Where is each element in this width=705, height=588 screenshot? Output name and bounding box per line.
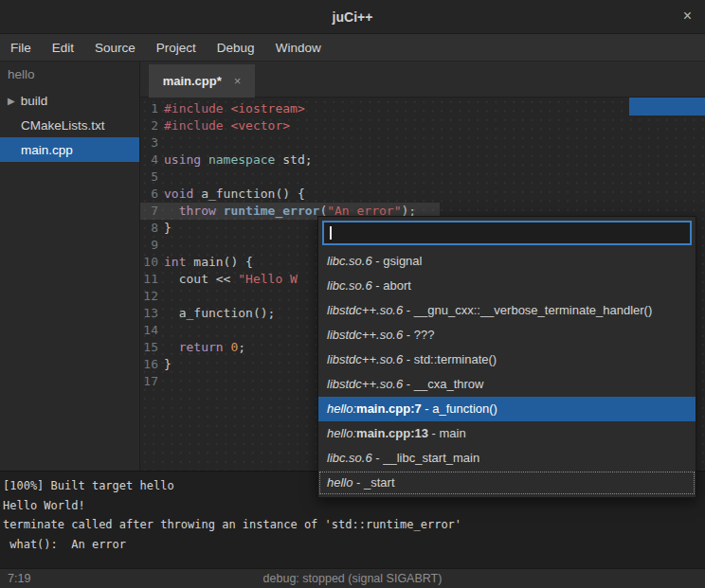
frame-name: ??? xyxy=(414,328,435,342)
code-text: int main() { xyxy=(164,254,253,271)
text-caret xyxy=(330,226,332,240)
code-line[interactable]: 4using namespace std; xyxy=(140,151,705,169)
code-token: return xyxy=(179,340,224,354)
code-token: #include xyxy=(164,101,224,116)
menu-item-source[interactable]: Source xyxy=(84,34,146,62)
frame-separator: - xyxy=(403,352,414,366)
code-text: void a_function() { xyxy=(164,186,305,203)
stack-frame-item[interactable]: libstdc++.so.6 - ??? xyxy=(318,323,696,347)
code-token: ; xyxy=(238,340,245,354)
tree-item-label: build xyxy=(21,94,48,108)
tree-item-build[interactable]: ▶build xyxy=(0,88,139,113)
menu-item-project[interactable]: Project xyxy=(146,34,207,62)
code-token: cout << xyxy=(164,272,238,286)
stack-frame-item[interactable]: libc.so.6 - gsignal xyxy=(318,249,696,274)
code-text: cout << "Hello W xyxy=(164,271,298,288)
code-line[interactable]: 5 xyxy=(140,169,705,186)
line-number: 1 xyxy=(140,100,158,117)
code-line[interactable]: 1#include <iostream> xyxy=(140,100,705,117)
code-line[interactable]: 6void a_function() { xyxy=(140,186,705,203)
frame-separator: - xyxy=(403,328,414,342)
status-bar: 7:19 debug: stopped (signal SIGABRT) xyxy=(0,568,705,588)
frame-separator: - xyxy=(422,401,433,416)
title-bar: juCi++ × xyxy=(0,0,705,34)
line-number: 17 xyxy=(140,373,158,390)
code-token: namespace xyxy=(208,152,275,167)
code-token: } xyxy=(164,221,172,235)
stack-frame-item[interactable]: libc.so.6 - abort xyxy=(318,274,696,298)
frame-separator: - xyxy=(403,377,414,391)
frame-name: __libc_start_main xyxy=(383,451,479,465)
code-token: using xyxy=(164,152,201,167)
stack-frame-item[interactable]: libstdc++.so.6 - __gnu_cxx::__verbose_te… xyxy=(318,298,696,323)
code-token: <iostream> xyxy=(230,101,304,116)
frame-name: main xyxy=(440,426,466,440)
frame-library: hello: xyxy=(327,426,356,440)
stack-frame-item[interactable]: hello:main.cpp:7 - a_function() xyxy=(318,397,696,421)
code-token xyxy=(201,152,208,167)
tab-main-cpp[interactable]: main.cpp* × xyxy=(149,64,255,98)
code-line[interactable]: 3 xyxy=(140,134,705,151)
line-number: 2 xyxy=(140,117,158,134)
stack-frame-item[interactable]: libstdc++.so.6 - std::terminate() xyxy=(318,347,696,372)
line-number: 15 xyxy=(140,339,158,356)
stack-frame-item[interactable]: libstdc++.so.6 - __cxa_throw xyxy=(318,372,696,397)
frame-separator: - xyxy=(372,451,384,465)
stack-frame-item[interactable]: hello:main.cpp:13 - main xyxy=(318,421,696,446)
menu-item-file[interactable]: File xyxy=(0,34,42,62)
frame-location: main.cpp:13 xyxy=(356,426,428,440)
tab-close-icon[interactable]: × xyxy=(234,74,242,88)
menu-item-window[interactable]: Window xyxy=(265,34,332,62)
window-close-icon[interactable]: × xyxy=(683,8,692,25)
menu-item-edit[interactable]: Edit xyxy=(42,34,84,62)
stack-frame-item[interactable]: libc.so.6 - __libc_start_main xyxy=(318,446,696,471)
code-text: } xyxy=(164,220,172,237)
line-number: 11 xyxy=(140,271,158,288)
stack-frame-item[interactable]: hello - _start xyxy=(318,471,696,495)
frame-separator: - xyxy=(352,475,364,490)
line-number: 13 xyxy=(140,305,158,322)
tree-item-cmakelists-txt[interactable]: CMakeLists.txt xyxy=(0,113,139,137)
frame-separator: - xyxy=(372,278,384,293)
code-token: "Hello W xyxy=(238,272,298,286)
frame-separator: - xyxy=(372,254,384,268)
code-text: #include <iostream> xyxy=(164,100,305,117)
frame-name: __cxa_throw xyxy=(414,377,484,391)
frame-library: hello xyxy=(327,475,352,490)
code-token: throw xyxy=(179,204,216,218)
frame-name: abort xyxy=(383,278,411,293)
scrollbar-indicator[interactable] xyxy=(629,98,705,116)
code-text: using namespace std; xyxy=(164,151,313,169)
stack-list: libc.so.6 - gsignallibc.so.6 - abortlibs… xyxy=(318,249,696,495)
line-number: 7 xyxy=(140,203,158,220)
tree-item-main-cpp[interactable]: main.cpp xyxy=(0,137,139,162)
code-text: return 0; xyxy=(164,339,245,356)
code-token: std; xyxy=(275,152,312,167)
frame-separator: - xyxy=(403,303,414,317)
code-token: a_function(); xyxy=(164,306,275,320)
code-token xyxy=(164,340,179,354)
juci-window: juCi++ × FileEditSourceProjectDebugWindo… xyxy=(0,0,705,588)
line-number: 16 xyxy=(140,356,158,373)
output-line: what(): An error xyxy=(3,535,705,555)
code-text: } xyxy=(164,356,172,373)
frame-name: a_function() xyxy=(432,401,497,416)
code-token: main() { xyxy=(186,255,252,269)
frame-library: libstdc++.so.6 xyxy=(327,377,403,391)
code-line[interactable]: 2#include <vector> xyxy=(140,117,705,134)
menu-bar: FileEditSourceProjectDebugWindow xyxy=(0,34,705,62)
expander-icon[interactable]: ▶ xyxy=(8,96,15,106)
code-token: int xyxy=(164,255,186,269)
menu-item-debug[interactable]: Debug xyxy=(207,34,265,62)
frame-library: libstdc++.so.6 xyxy=(327,328,403,342)
code-token: runtime_error xyxy=(224,204,320,218)
stack-search-input[interactable] xyxy=(322,221,692,245)
line-number: 4 xyxy=(140,151,158,169)
tree-item-label: main.cpp xyxy=(21,143,73,157)
frame-library: hello: xyxy=(327,401,356,416)
line-number: 8 xyxy=(140,220,158,237)
code-token: void xyxy=(164,187,193,201)
frame-library: libc.so.6 xyxy=(327,278,372,293)
frame-name: __gnu_cxx::__verbose_terminate_handler() xyxy=(414,303,653,317)
project-name: hello xyxy=(0,62,139,88)
